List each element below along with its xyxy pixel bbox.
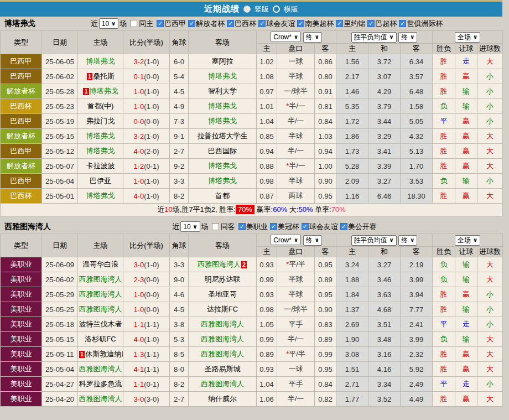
home-team-name[interactable]: 西雅图海湾人	[79, 395, 122, 403]
league-filter-checkbox[interactable]: ✓	[367, 20, 375, 27]
col-header-home: 主场	[78, 31, 123, 54]
avg-time-select[interactable]: 终∨	[398, 235, 417, 246]
away-team-name[interactable]: 博塔弗戈	[208, 162, 237, 170]
match-count-select[interactable]: 10 ∨	[180, 221, 200, 232]
league-filter-checkbox[interactable]: ✓	[238, 223, 246, 230]
home-team-name[interactable]: 巴伊亚	[90, 177, 111, 185]
odds-time-select[interactable]: 终∨	[303, 235, 322, 246]
league-filter-checkbox[interactable]: ✓	[302, 223, 309, 230]
handicap-result-cell: 走	[455, 317, 477, 332]
home-team-name[interactable]: 博塔弗戈	[86, 57, 115, 65]
league-filter-label[interactable]: 美职业	[246, 222, 268, 232]
home-team-name[interactable]: 桑托斯	[93, 72, 115, 80]
league-filter-label[interactable]: 巴超杯	[375, 19, 397, 29]
avg-away-odds-cell: 7.77	[401, 302, 433, 317]
home-team-name[interactable]: 休斯敦迪纳摩	[85, 350, 123, 358]
league-filter-label[interactable]: 巴西甲	[164, 19, 186, 29]
league-filter-label[interactable]: 解放者杯	[196, 19, 225, 29]
same-side-checkbox[interactable]	[212, 223, 219, 230]
away-team-name[interactable]: 塞阿拉	[212, 57, 233, 65]
league-type-cell: 解放者杯	[1, 129, 42, 144]
odds-time-select[interactable]: 终∨	[303, 32, 322, 43]
league-filter-label[interactable]: 球会友谊	[266, 19, 295, 29]
away-team-name[interactable]: 达拉斯FC	[207, 305, 238, 313]
league-filter-checkbox[interactable]: ✓	[270, 223, 277, 230]
home-team-name[interactable]: 博塔弗戈	[90, 87, 118, 95]
same-side-label[interactable]: 同主	[139, 19, 153, 29]
away-team-name[interactable]: 博塔弗戈	[208, 177, 237, 185]
league-filter-label[interactable]: 世俱洲际杯	[407, 19, 443, 29]
league-filter-checkbox[interactable]: ✓	[399, 20, 406, 27]
home-team-name[interactable]: 博塔弗戈	[86, 191, 115, 200]
away-team-name[interactable]: 博塔弗戈	[208, 117, 237, 125]
scope-select[interactable]: 全场∨	[455, 235, 480, 246]
league-filter-checkbox[interactable]: ✓	[336, 20, 343, 27]
section-header: 博塔弗戈 近 10 ∨ 场 同主 ✓巴西甲✓解放者杯✓巴西杯✓球会友谊✓南美超杯…	[0, 17, 502, 30]
avg-time-select[interactable]: 终∨	[398, 32, 417, 43]
avg-home-odds-cell: 3.24	[336, 257, 368, 272]
away-team-name[interactable]: 圣路易斯城	[205, 365, 241, 373]
home-team-name[interactable]: 首都(中)	[87, 102, 114, 110]
away-team-name[interactable]: 纳什威尔	[208, 395, 237, 403]
handicap-result-cell: 走	[455, 54, 477, 69]
home-team-name[interactable]: 科罗拉多急流	[79, 380, 122, 388]
league-filter-checkbox[interactable]: ✓	[227, 20, 234, 27]
avg-away-odds-cell: 4.49	[401, 392, 433, 407]
home-team-name[interactable]: 西雅图海湾人	[79, 305, 122, 313]
away-team-cell: 达拉斯FC	[189, 302, 257, 317]
home-team-name[interactable]: 波特兰伐木者	[79, 320, 122, 328]
sub-header-odds-away: 客	[315, 44, 336, 54]
chevron-down-icon: ∨	[389, 237, 394, 243]
match-count-select[interactable]: 10 ∨	[99, 18, 118, 29]
home-team-name[interactable]: 弗拉门戈	[86, 117, 115, 125]
away-team-name[interactable]: 巴西国际	[208, 147, 237, 155]
home-team-name[interactable]: 西雅图海湾人	[79, 290, 122, 298]
league-filter-checkbox[interactable]: ✓	[157, 20, 164, 27]
odds-company-select[interactable]: Crow*∨	[271, 235, 301, 245]
league-filter-label[interactable]: 美公开赛	[348, 222, 377, 232]
same-side-label[interactable]: 同客	[221, 222, 235, 232]
league-filter-label[interactable]: 巴西杯	[235, 19, 256, 29]
away-team-name[interactable]: 西雅图海湾人	[201, 350, 244, 358]
league-filter-label[interactable]: 南美超杯	[305, 19, 334, 29]
away-team-name[interactable]: 西雅图海湾人	[201, 335, 244, 343]
away-team-name[interactable]: 拉普拉塔大学生	[198, 132, 248, 140]
odds-company-select[interactable]: Crow*∨	[271, 32, 301, 42]
away-team-name[interactable]: 西雅图海湾人	[201, 380, 244, 388]
home-team-name[interactable]: 西雅图海湾人	[79, 365, 122, 373]
league-filter-checkbox[interactable]: ✓	[297, 20, 304, 27]
home-team-name[interactable]: 西雅图海湾人	[79, 275, 122, 283]
same-side-checkbox[interactable]	[130, 20, 137, 27]
league-filter-checkbox[interactable]: ✓	[258, 20, 266, 27]
league-filter-label[interactable]: 美冠杯	[278, 222, 299, 232]
league-filter-label[interactable]: 球会友谊	[309, 222, 338, 232]
away-team-name[interactable]: 博塔弗戈	[208, 72, 237, 80]
avg-odds-select[interactable]: 胜平负均值∨	[351, 235, 397, 246]
home-team-name[interactable]: 博塔弗戈	[86, 132, 115, 140]
home-team-name[interactable]: 温哥华白浪	[82, 260, 118, 268]
match-date: 25-05-18	[42, 317, 78, 332]
league-type-cell: 美职业	[1, 317, 42, 332]
away-team-name[interactable]: 首都	[215, 191, 230, 200]
home-team-name[interactable]: 卡拉波波	[86, 162, 115, 170]
vertical-layout-label[interactable]: 竖版	[254, 4, 269, 14]
home-team-name[interactable]: 洛杉矶FC	[85, 335, 116, 343]
avg-odds-select[interactable]: 胜平负均值∨	[351, 32, 397, 43]
away-team-name[interactable]: 博塔弗戈	[208, 102, 237, 110]
corner-count: 4-6	[170, 287, 189, 302]
goals-result-cell: 大	[477, 129, 503, 144]
league-filter-label[interactable]: 里约锦	[344, 19, 365, 29]
team-name: 西雅图海湾人	[4, 222, 51, 232]
away-team-name[interactable]: 智利大学	[208, 87, 237, 95]
away-team-name[interactable]: 明尼苏达联	[205, 275, 241, 283]
league-filter-checkbox[interactable]: ✓	[340, 223, 347, 230]
league-filter-checkbox[interactable]: ✓	[188, 20, 195, 27]
away-team-name[interactable]: 圣地亚哥	[208, 290, 237, 298]
away-team-name[interactable]: 西雅图海湾人	[201, 320, 244, 328]
vertical-layout-radio[interactable]	[243, 6, 251, 13]
horizontal-layout-label[interactable]: 横版	[284, 4, 298, 14]
horizontal-layout-radio[interactable]	[273, 6, 280, 13]
scope-select[interactable]: 全场∨	[455, 32, 480, 43]
away-team-name[interactable]: 西雅图海湾人	[198, 260, 241, 268]
home-team-name[interactable]: 博塔弗戈	[86, 147, 115, 155]
